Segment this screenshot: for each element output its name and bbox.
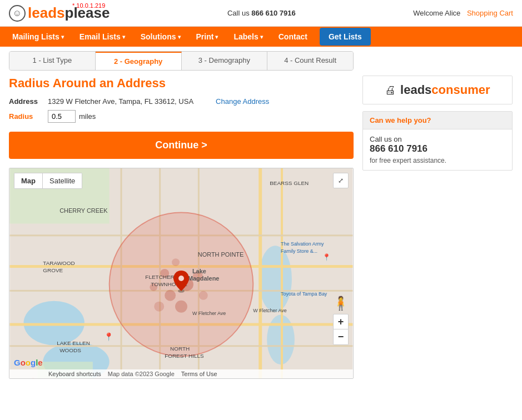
svg-text:📍: 📍 [104, 332, 114, 342]
nav-item-labels[interactable]: Labels▾ [226, 27, 270, 47]
map-tab-map[interactable]: Map [14, 173, 42, 188]
svg-text:The Salvation Army: The Salvation Army [281, 241, 324, 247]
pegman-icon[interactable]: 🧍 [333, 292, 349, 314]
sidebar-logo-box: 🖨 leadsconsumer [362, 76, 513, 104]
shopping-cart-link[interactable]: Shopping Cart [467, 9, 513, 17]
svg-text:GROVE: GROVE [43, 267, 63, 273]
nav-item-print[interactable]: Print▾ [188, 27, 226, 47]
breadcrumb-step-2[interactable]: 2 - Geography [96, 52, 182, 70]
svg-text:Lake: Lake [192, 268, 206, 274]
nav-bar: Mailing Lists▾ Email Lists▾ Solutions▾ P… [0, 27, 522, 47]
svg-point-26 [172, 258, 180, 266]
nav-item-solutions[interactable]: Solutions▾ [133, 27, 188, 47]
address-row: Address 1329 W Fletcher Ave, Tampa, FL 3… [9, 97, 354, 106]
svg-text:Family Store &...: Family Store &... [281, 248, 317, 254]
header: ☺ leadsplease * 10.0.1.219 Call us 866 6… [0, 0, 522, 27]
terms-of-use-link[interactable]: Terms of Use [181, 371, 217, 377]
fullscreen-icon: ⤢ [338, 177, 344, 184]
svg-point-3 [258, 246, 292, 312]
svg-text:BEARSS GLEN: BEARSS GLEN [270, 180, 309, 186]
map-tab-satellite[interactable]: Satellite [42, 173, 82, 188]
address-value: 1329 W Fletcher Ave, Tampa, FL 33612, US… [48, 97, 193, 106]
svg-text:LAKE ELLEN: LAKE ELLEN [57, 340, 90, 346]
svg-text:NORTH POINTE: NORTH POINTE [198, 251, 243, 258]
help-subtext: for free expert assistance. [370, 157, 505, 164]
svg-text:Magdalene: Magdalene [188, 275, 220, 282]
page-title: Radius Around an Address [9, 76, 354, 91]
nav-item-contact[interactable]: Contact [271, 27, 315, 47]
change-address-link[interactable]: Change Address [216, 97, 269, 106]
svg-text:📍: 📍 [322, 253, 331, 261]
logo-icon: ☺ [9, 5, 26, 22]
help-header: Can we help you? [363, 112, 512, 129]
help-box: Can we help you? Call us on 866 610 7916… [362, 111, 513, 171]
map-fullscreen-button[interactable]: ⤢ [333, 173, 349, 188]
sidebar-printer-icon: 🖨 [385, 84, 396, 96]
phone-number: 866 610 7916 [251, 9, 296, 17]
breadcrumb-step-4[interactable]: 4 - Count Result [267, 52, 353, 70]
breadcrumb-step-3[interactable]: 3 - Demography [182, 52, 268, 70]
map-container: CHERRY CREEK TARAWOOD GROVE NORTH POINTE… [9, 168, 354, 379]
svg-text:W Fletcher Ave: W Fletcher Ave [253, 308, 286, 313]
breadcrumb-step-1[interactable]: 1 - List Type [9, 52, 96, 70]
main-layout: 1 - List Type 2 - Geography 3 - Demograp… [0, 51, 522, 379]
map-svg: CHERRY CREEK TARAWOOD GROVE NORTH POINTE… [9, 168, 353, 378]
radius-input[interactable] [48, 110, 76, 123]
svg-point-25 [154, 302, 164, 312]
help-call-label: Call us on [370, 135, 402, 143]
main-content: 1 - List Type 2 - Geography 3 - Demograp… [9, 51, 354, 379]
svg-text:TARAWOOD: TARAWOOD [43, 260, 74, 266]
svg-text:FOREST HILLS: FOREST HILLS [165, 353, 204, 359]
map-footer: Keyboard shortcuts Map data ©2023 Google… [9, 369, 353, 378]
breadcrumb: 1 - List Type 2 - Geography 3 - Demograp… [9, 51, 354, 71]
svg-point-20 [165, 290, 176, 301]
zoom-in-button[interactable]: + [333, 314, 349, 329]
address-label: Address [9, 97, 48, 106]
header-phone: Call us 866 610 7916 [227, 9, 296, 17]
help-phone: 866 610 7916 [370, 143, 505, 154]
svg-text:NORTH: NORTH [170, 346, 190, 352]
sidebar: 🖨 leadsconsumer Can we help you? Call us… [362, 51, 513, 379]
svg-point-23 [175, 301, 187, 313]
map-tabs: Map Satellite [14, 173, 82, 189]
svg-point-47 [178, 276, 184, 281]
zoom-out-button[interactable]: − [333, 329, 349, 345]
svg-text:Toyota of Tampa Bay: Toyota of Tampa Bay [281, 291, 327, 297]
radius-row: Radius miles [9, 110, 354, 123]
svg-point-24 [199, 291, 208, 300]
svg-text:CHERRY CREEK: CHERRY CREEK [59, 207, 108, 214]
header-user: Welcome Alice Shopping Cart [413, 9, 513, 17]
zoom-controls: + − [333, 314, 349, 345]
google-logo: Google [14, 358, 43, 367]
svg-text:W Fletcher Ave: W Fletcher Ave [192, 311, 226, 316]
radius-unit: miles [79, 112, 96, 121]
keyboard-shortcuts-link[interactable]: Keyboard shortcuts [48, 371, 101, 377]
map-data-credit: Map data ©2023 Google [108, 371, 175, 377]
sidebar-logo-text: leadsconsumer [400, 83, 490, 97]
nav-item-mailing-lists[interactable]: Mailing Lists▾ [4, 27, 72, 47]
version-badge: * 10.0.1.219 [72, 2, 105, 9]
continue-button[interactable]: Continue > [9, 132, 354, 159]
nav-item-get-lists[interactable]: Get Lists [320, 28, 371, 46]
help-body: Call us on 866 610 7916 for free expert … [363, 129, 512, 170]
svg-text:WOODS: WOODS [59, 347, 81, 353]
radius-label: Radius [9, 112, 48, 121]
nav-item-email-lists[interactable]: Email Lists▾ [72, 27, 133, 47]
